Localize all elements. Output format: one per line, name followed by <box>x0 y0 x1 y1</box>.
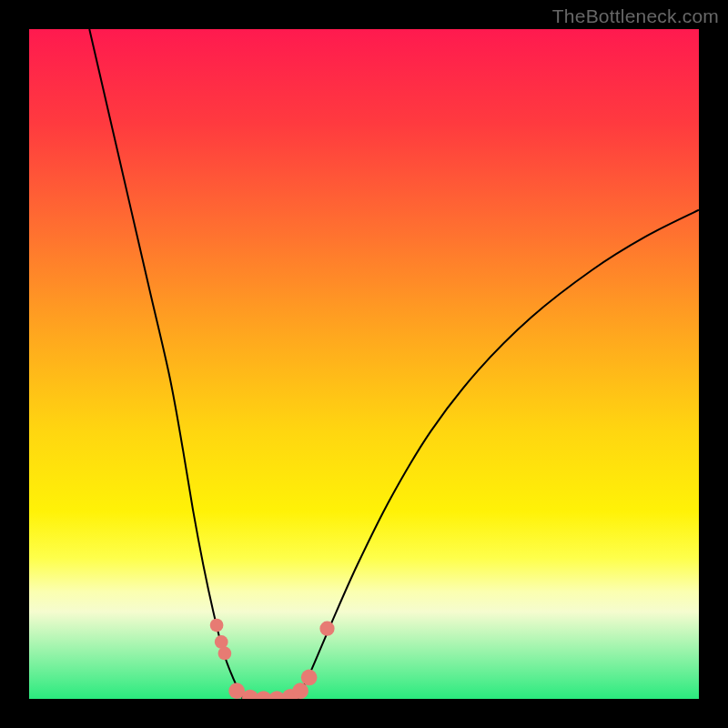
curve-marker <box>215 635 228 649</box>
curve-path <box>89 29 699 699</box>
curve-marker <box>292 682 308 699</box>
plot-area <box>29 29 699 699</box>
curve-marker <box>210 619 224 632</box>
curve-marker <box>301 670 318 686</box>
chart-frame: TheBottleneck.com <box>0 0 728 728</box>
chart-svg <box>29 29 699 699</box>
curve-marker <box>218 647 232 661</box>
watermark-text: TheBottleneck.com <box>552 5 719 27</box>
curve-marker <box>319 622 334 636</box>
bottleneck-curve <box>89 29 699 699</box>
